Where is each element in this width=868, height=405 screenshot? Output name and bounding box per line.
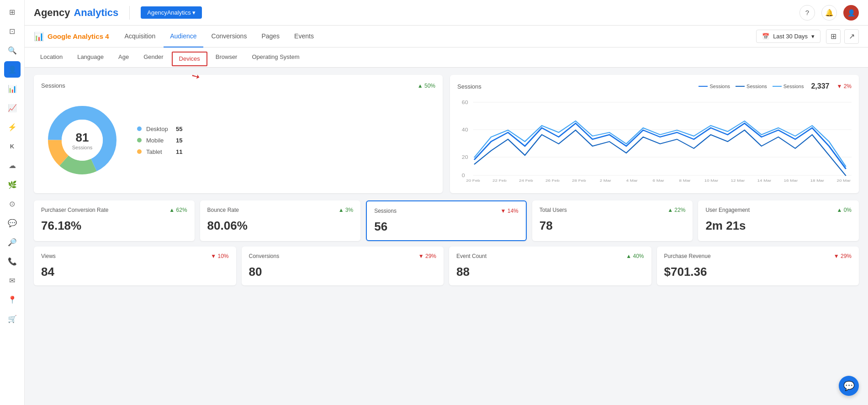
sidebar-cloud[interactable]: ☁: [4, 157, 21, 174]
legend-desktop-val: 55: [176, 126, 182, 132]
sidebar-phone[interactable]: 📞: [4, 253, 21, 269]
stat-card-value-s: 56: [374, 220, 519, 234]
subnav-audience[interactable]: Audience: [164, 26, 203, 47]
svg-text:16 Mar: 16 Mar: [784, 179, 798, 183]
sidebar-home[interactable]: ⊞: [4, 4, 21, 20]
stat-card-value-ec: 88: [456, 265, 644, 279]
svg-text:20 Feb: 20 Feb: [466, 179, 480, 183]
stat-card-purchaser-conversion: Purchaser Conversion Rate ▲ 62% 76.18%: [34, 200, 195, 241]
sessions-line-card: Sessions Sessions Sessions: [450, 75, 859, 193]
chat-button[interactable]: 💬: [839, 376, 859, 396]
sidebar-circle[interactable]: ⊙: [4, 195, 21, 212]
tab-operating-system[interactable]: Operating System: [245, 47, 306, 68]
columns-icon-btn[interactable]: ⊞: [826, 29, 841, 44]
stat-card-total-users: Total Users ▲ 22% 78: [532, 200, 693, 241]
agency-btn[interactable]: AgencyAnalytics ▾: [141, 6, 202, 19]
stat-card-bounce-rate: Bounce Rate ▲ 3% 80.06%: [200, 200, 361, 241]
stat-card-title-br: Bounce Rate: [207, 207, 239, 213]
tab-language[interactable]: Language: [71, 47, 110, 68]
logo-divider: [129, 6, 130, 20]
notification-btn[interactable]: 🔔: [821, 5, 837, 21]
svg-text:22 Feb: 22 Feb: [492, 179, 507, 183]
stat-card-header-br: Bounce Rate ▲ 3%: [207, 207, 354, 213]
stat-card-conversions: Conversions ▼ 29% 80: [242, 247, 444, 285]
share-icon-btn[interactable]: ↗: [844, 29, 859, 44]
bell-icon: 🔔: [825, 9, 834, 17]
avatar[interactable]: 👤: [843, 5, 859, 21]
sidebar-mail[interactable]: ✉: [4, 272, 21, 289]
sidebar-cart[interactable]: 🛒: [4, 310, 21, 327]
sidebar-leaf[interactable]: 🌿: [4, 176, 21, 193]
sidebar-chat[interactable]: 💬: [4, 215, 21, 231]
chart-legend: Sessions Sessions Sessions: [699, 84, 804, 89]
sidebar-search[interactable]: 🔍: [4, 42, 21, 58]
svg-text:12 Mar: 12 Mar: [731, 179, 745, 183]
legend-item-1: Sessions: [699, 84, 730, 89]
stat-card-value-pcr: 76.18%: [41, 219, 187, 233]
svg-text:20: 20: [462, 155, 468, 160]
legend-mobile: Mobile 15: [137, 137, 182, 144]
ga-title: 📊 Google Analytics 4: [34, 32, 109, 42]
stat-card-user-engagement: User Engagement ▲ 0% 2m 21s: [698, 200, 859, 241]
legend-tablet-dot: [137, 149, 142, 154]
svg-text:20 Mar: 20 Mar: [836, 179, 851, 183]
svg-text:0: 0: [462, 173, 465, 178]
donut-center-value: 81: [72, 131, 93, 145]
tab-browser[interactable]: Browser: [209, 47, 244, 68]
sidebar-search2[interactable]: 🔎: [4, 234, 21, 250]
tab-gender[interactable]: Gender: [137, 47, 169, 68]
chart-header-right: Sessions Sessions Sessions: [699, 82, 852, 90]
sidebar-k[interactable]: K: [4, 138, 21, 154]
legend-desktop-dot: [137, 126, 142, 131]
donut-legend: Desktop 55 Mobile 15 Tablet: [137, 126, 182, 155]
sessions-donut-card: Sessions ▲ 50%: [34, 75, 443, 193]
sessions-donut-change: ▲ 50%: [418, 83, 435, 89]
donut-center-label: Sessions: [72, 145, 93, 150]
top-navbar: AgencyAnalytics AgencyAnalytics ▾ ? 🔔 👤: [25, 0, 868, 26]
tabs-row: Location Language Age Gender Devices Bro…: [25, 47, 868, 68]
legend-line-1: [699, 86, 708, 87]
tab-age[interactable]: Age: [112, 47, 135, 68]
logo-analytics: Analytics: [74, 7, 118, 19]
stats-grid-bottom: Views ▼ 10% 84 Conversions ▼ 29% 80 Even…: [34, 247, 859, 285]
date-picker-label: Last 30 Days: [773, 33, 808, 40]
subnav-pages[interactable]: Pages: [255, 26, 286, 47]
stat-card-change-ec: ▲ 40%: [626, 253, 644, 259]
tab-devices[interactable]: Devices: [172, 52, 207, 66]
stat-card-value-v: 84: [41, 265, 229, 279]
legend-mobile-val: 15: [176, 137, 182, 144]
legend-line-2: [736, 86, 745, 87]
share-icon: ↗: [849, 32, 855, 41]
sidebar-flash[interactable]: ⚡: [4, 119, 21, 135]
stat-card-change-pcr: ▲ 62%: [169, 207, 187, 213]
subnav-events[interactable]: Events: [288, 26, 320, 47]
sidebar-chart1[interactable]: 📊: [4, 80, 21, 97]
legend-tablet-val: 11: [176, 148, 182, 155]
date-picker-btn[interactable]: 📅 Last 30 Days ▾: [756, 30, 820, 43]
subnav-acquisition[interactable]: Acquisition: [118, 26, 162, 47]
subnav-conversions[interactable]: Conversions: [205, 26, 254, 47]
stat-card-change-v: ▼ 10%: [211, 253, 228, 259]
sidebar-location[interactable]: 📍: [4, 291, 21, 308]
stat-card-title-pcr: Purchaser Conversion Rate: [41, 207, 108, 213]
stat-card-value-c: 80: [249, 265, 437, 279]
stat-card-header-ec: Event Count ▲ 40%: [456, 253, 644, 259]
sidebar-user[interactable]: 👤: [4, 61, 21, 78]
stat-card-header-pcr: Purchaser Conversion Rate ▲ 62%: [41, 207, 187, 213]
legend-line-3: [773, 86, 782, 87]
stat-card-header-tu: Total Users ▲ 22%: [540, 207, 686, 213]
sidebar-grid[interactable]: ⊡: [4, 23, 21, 39]
tab-location[interactable]: Location: [34, 47, 69, 68]
stat-card-header-v: Views ▼ 10%: [41, 253, 229, 259]
stat-card-header-s: Sessions ▼ 14%: [374, 208, 519, 214]
sessions-line-value: 2,337: [811, 82, 829, 90]
stat-card-purchase-revenue: Purchase Revenue ▼ 29% $701.36: [657, 247, 859, 285]
legend-desktop-label: Desktop: [146, 126, 171, 132]
stat-card-title-s: Sessions: [374, 208, 397, 214]
help-btn[interactable]: ?: [799, 5, 815, 21]
legend-desktop: Desktop 55: [137, 126, 182, 132]
sidebar-chart2[interactable]: 📈: [4, 100, 21, 116]
stat-card-change-br: ▲ 3%: [339, 207, 354, 213]
svg-text:8 Mar: 8 Mar: [679, 179, 690, 183]
stat-card-title-v: Views: [41, 253, 56, 259]
